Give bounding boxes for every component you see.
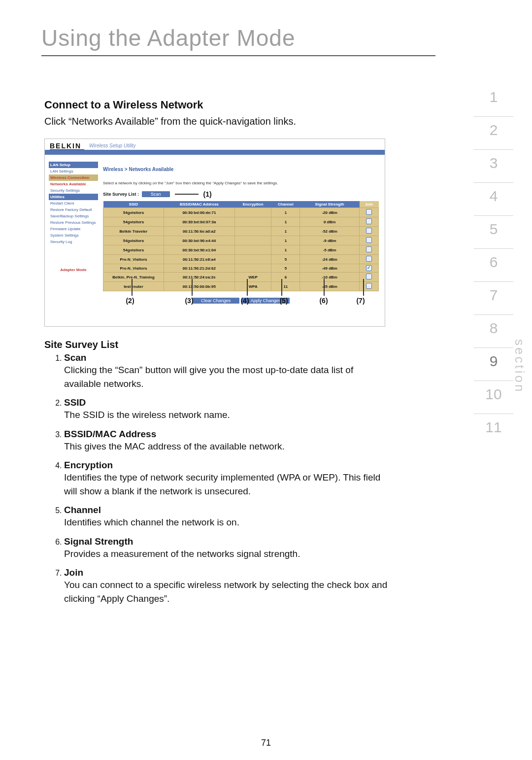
nav-link-firmware[interactable]: Firmware Update (49, 226, 98, 232)
cell-ch: 1 (271, 208, 300, 217)
cell-ch: 11 (271, 282, 300, 291)
join-checkbox[interactable] (366, 228, 372, 234)
heading-site-survey: Site Survey List (44, 339, 389, 350)
cell-enc (234, 227, 271, 236)
nav-link-networks-available[interactable]: Networks Available (49, 181, 98, 187)
cell-ch: 1 (271, 217, 300, 227)
callout-3: (3) (157, 297, 221, 305)
nav-link-restart-client[interactable]: Restart Client (49, 200, 98, 207)
definition-item: SSIDThe SSID is the wireless network nam… (64, 397, 389, 422)
callout-4: (4) (221, 297, 268, 305)
cell-join (360, 245, 379, 255)
definition-desc: The SSID is the wireless network name. (64, 410, 230, 420)
col-ssid: SSID (103, 201, 164, 208)
section-nav-8[interactable]: 8 (474, 314, 513, 347)
cell-sig: -20 dBm (300, 208, 360, 217)
callout-5: (5) (268, 297, 299, 305)
callout-line-4 (247, 279, 248, 296)
cell-ch: 5 (271, 255, 300, 264)
section-nav-1[interactable]: 1 (474, 89, 513, 116)
cell-join (360, 208, 379, 217)
cell-enc (234, 264, 271, 273)
page-title: Using the Adapter Mode (41, 25, 296, 51)
cell-sig: -24 dBm (300, 255, 360, 264)
definition-item: Signal StrengthProvides a measurement of… (64, 536, 389, 561)
cell-join (360, 282, 379, 291)
join-checkbox[interactable] (366, 283, 372, 289)
section-nav-5[interactable]: 5 (474, 215, 513, 248)
scan-button[interactable]: Scan (142, 191, 170, 197)
cell-mac: 00:30:bd:90:e1:04 (164, 245, 234, 255)
cell-join (360, 264, 379, 273)
definition-item: BSSID/MAC AddressThis gives the MAC addr… (64, 429, 389, 453)
callout-line-3 (192, 279, 193, 296)
nav-link-restore-previous[interactable]: Restore Previous Settings (49, 219, 98, 226)
section-nav-10[interactable]: 10 (474, 380, 513, 414)
nav-link-system-settings[interactable]: System Settings (49, 232, 98, 239)
section-nav-2[interactable]: 2 (474, 116, 513, 149)
callout-6: (6) (299, 297, 348, 305)
section-nav-11[interactable]: 11 (474, 414, 513, 447)
cell-ch: 1 (271, 227, 300, 236)
table-row: 54gvisitors00:30:bd:0d:07:3a10 dBm (103, 217, 379, 227)
col-sig: Signal Strength (300, 201, 360, 208)
definition-desc: Identifies which channel the network is … (64, 517, 239, 527)
nav-header-wireless: Wireless Connection (49, 174, 98, 181)
cell-ssid: Belkin Traveler (103, 227, 164, 236)
col-join: Join (360, 201, 379, 208)
section-nav-4[interactable]: 4 (474, 182, 513, 215)
definition-desc: Provides a measurement of the networks s… (64, 549, 300, 559)
page-number: 71 (0, 738, 532, 748)
section-nav-9[interactable]: 9 (474, 347, 513, 380)
section-nav-3[interactable]: 3 (474, 149, 513, 182)
breadcrumb: Wireless > Networks Available (103, 167, 379, 172)
section-label: section (512, 339, 527, 393)
cell-enc (234, 255, 271, 264)
nav-link-lan-settings[interactable]: LAN Settings (49, 168, 98, 174)
cell-sig: -9 dBm (300, 236, 360, 245)
nav-link-restore-factory[interactable]: Restore Factory Default (49, 207, 98, 213)
cell-sig: -10 dBm (300, 273, 360, 282)
brand-logo: BELKIN (50, 142, 81, 150)
cell-mac: 00:11:50:21:2d:62 (164, 264, 234, 273)
cell-enc (234, 236, 271, 245)
cell-ch: 1 (271, 245, 300, 255)
section-nav-7[interactable]: 7 (474, 281, 513, 314)
table-row: Belkin_Pre-N_Training00:11:50:24:ea:2eWE… (103, 273, 379, 282)
cell-ch: 6 (271, 273, 300, 282)
cell-mac: 00:30:bd:90:e4:44 (164, 236, 234, 245)
callout-7: (7) (348, 297, 373, 305)
join-checkbox[interactable] (366, 265, 372, 271)
left-nav-column: LAN Setup LAN Settings Wireless Connecti… (49, 162, 98, 272)
nav-link-security-settings[interactable]: Security Settings (49, 187, 98, 194)
cell-join (360, 273, 379, 282)
cell-ssid: 54gvisitors (103, 245, 164, 255)
callout-line-2 (132, 279, 133, 296)
callout-numbers-row: (2) (3) (4) (5) (6) (7) (103, 297, 379, 305)
definition-term: SSID (64, 397, 86, 408)
join-checkbox[interactable] (366, 209, 372, 215)
cell-join (360, 236, 379, 245)
nav-link-security-log[interactable]: Security Log (49, 239, 98, 245)
header-links[interactable]: Home | Help | Logout (334, 155, 376, 160)
callout-line-5 (281, 279, 282, 296)
site-survey-label: Site Survey List : (103, 192, 139, 197)
cell-mac: 00:30:bd:0d:07:3a (164, 217, 234, 227)
definition-desc: Identifies the type of network security … (64, 472, 380, 496)
definition-term: Scan (64, 352, 86, 363)
definition-term: Channel (64, 505, 101, 515)
join-checkbox[interactable] (366, 246, 372, 252)
join-checkbox[interactable] (366, 256, 372, 262)
definition-term: Signal Strength (64, 536, 133, 547)
cell-enc (234, 217, 271, 227)
section-nav-6[interactable]: 6 (474, 248, 513, 281)
col-enc: Encryption (234, 201, 271, 208)
definition-item: JoinYou can connect to a specific wirele… (64, 567, 389, 605)
join-checkbox[interactable] (366, 274, 372, 279)
join-checkbox[interactable] (366, 237, 372, 243)
definition-item: EncryptionIdentifies the type of network… (64, 460, 389, 498)
cell-enc (234, 245, 271, 255)
nav-link-save-backup[interactable]: Save/Backup Settings (49, 213, 98, 219)
join-checkbox[interactable] (366, 218, 372, 224)
cell-join (360, 227, 379, 236)
